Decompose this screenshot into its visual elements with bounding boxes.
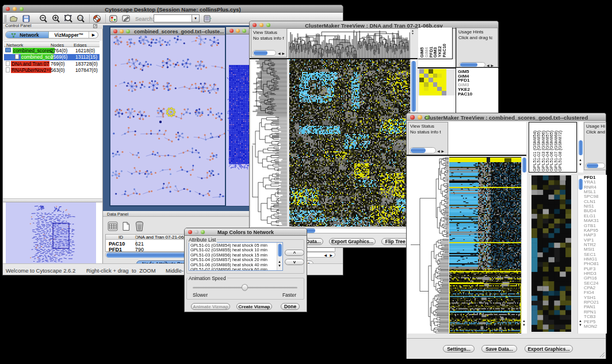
svg-text:1:1: 1:1 xyxy=(78,17,82,20)
